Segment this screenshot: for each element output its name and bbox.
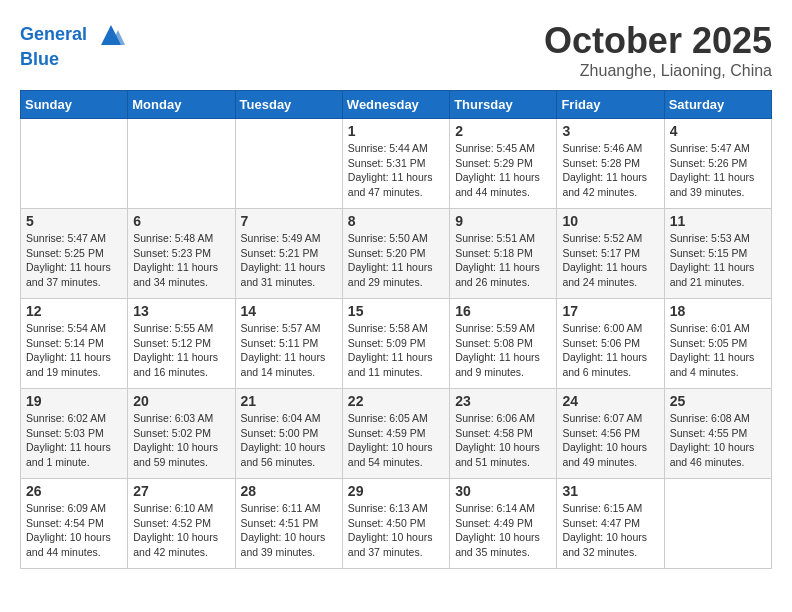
weekday-saturday: Saturday — [664, 91, 771, 119]
day-number-24: 24 — [562, 393, 658, 409]
day-cell-28: 28Sunrise: 6:11 AMSunset: 4:51 PMDayligh… — [235, 479, 342, 569]
day-info-11: Sunrise: 5:53 AMSunset: 5:15 PMDaylight:… — [670, 231, 766, 290]
day-number-6: 6 — [133, 213, 229, 229]
day-info-26: Sunrise: 6:09 AMSunset: 4:54 PMDaylight:… — [26, 501, 122, 560]
day-info-27: Sunrise: 6:10 AMSunset: 4:52 PMDaylight:… — [133, 501, 229, 560]
day-info-25: Sunrise: 6:08 AMSunset: 4:55 PMDaylight:… — [670, 411, 766, 470]
day-number-13: 13 — [133, 303, 229, 319]
day-cell-21: 21Sunrise: 6:04 AMSunset: 5:00 PMDayligh… — [235, 389, 342, 479]
day-cell-24: 24Sunrise: 6:07 AMSunset: 4:56 PMDayligh… — [557, 389, 664, 479]
day-number-28: 28 — [241, 483, 337, 499]
day-number-31: 31 — [562, 483, 658, 499]
day-cell-1: 1Sunrise: 5:44 AMSunset: 5:31 PMDaylight… — [342, 119, 449, 209]
day-cell-4: 4Sunrise: 5:47 AMSunset: 5:26 PMDaylight… — [664, 119, 771, 209]
day-number-30: 30 — [455, 483, 551, 499]
day-info-13: Sunrise: 5:55 AMSunset: 5:12 PMDaylight:… — [133, 321, 229, 380]
weekday-sunday: Sunday — [21, 91, 128, 119]
empty-cell — [664, 479, 771, 569]
weekday-friday: Friday — [557, 91, 664, 119]
day-cell-30: 30Sunrise: 6:14 AMSunset: 4:49 PMDayligh… — [450, 479, 557, 569]
day-info-10: Sunrise: 5:52 AMSunset: 5:17 PMDaylight:… — [562, 231, 658, 290]
day-cell-13: 13Sunrise: 5:55 AMSunset: 5:12 PMDayligh… — [128, 299, 235, 389]
day-number-3: 3 — [562, 123, 658, 139]
weekday-header-row: SundayMondayTuesdayWednesdayThursdayFrid… — [21, 91, 772, 119]
day-cell-5: 5Sunrise: 5:47 AMSunset: 5:25 PMDaylight… — [21, 209, 128, 299]
day-number-22: 22 — [348, 393, 444, 409]
day-number-15: 15 — [348, 303, 444, 319]
day-number-18: 18 — [670, 303, 766, 319]
day-number-4: 4 — [670, 123, 766, 139]
day-info-19: Sunrise: 6:02 AMSunset: 5:03 PMDaylight:… — [26, 411, 122, 470]
day-number-25: 25 — [670, 393, 766, 409]
weekday-tuesday: Tuesday — [235, 91, 342, 119]
day-number-14: 14 — [241, 303, 337, 319]
day-number-26: 26 — [26, 483, 122, 499]
day-info-16: Sunrise: 5:59 AMSunset: 5:08 PMDaylight:… — [455, 321, 551, 380]
day-number-10: 10 — [562, 213, 658, 229]
day-number-21: 21 — [241, 393, 337, 409]
day-cell-23: 23Sunrise: 6:06 AMSunset: 4:58 PMDayligh… — [450, 389, 557, 479]
day-info-12: Sunrise: 5:54 AMSunset: 5:14 PMDaylight:… — [26, 321, 122, 380]
logo-text: General — [20, 20, 126, 50]
day-info-28: Sunrise: 6:11 AMSunset: 4:51 PMDaylight:… — [241, 501, 337, 560]
day-info-4: Sunrise: 5:47 AMSunset: 5:26 PMDaylight:… — [670, 141, 766, 200]
day-cell-6: 6Sunrise: 5:48 AMSunset: 5:23 PMDaylight… — [128, 209, 235, 299]
day-cell-20: 20Sunrise: 6:03 AMSunset: 5:02 PMDayligh… — [128, 389, 235, 479]
day-cell-8: 8Sunrise: 5:50 AMSunset: 5:20 PMDaylight… — [342, 209, 449, 299]
day-cell-26: 26Sunrise: 6:09 AMSunset: 4:54 PMDayligh… — [21, 479, 128, 569]
day-cell-25: 25Sunrise: 6:08 AMSunset: 4:55 PMDayligh… — [664, 389, 771, 479]
calendar-table: SundayMondayTuesdayWednesdayThursdayFrid… — [20, 90, 772, 569]
day-info-17: Sunrise: 6:00 AMSunset: 5:06 PMDaylight:… — [562, 321, 658, 380]
day-cell-31: 31Sunrise: 6:15 AMSunset: 4:47 PMDayligh… — [557, 479, 664, 569]
day-cell-22: 22Sunrise: 6:05 AMSunset: 4:59 PMDayligh… — [342, 389, 449, 479]
weekday-thursday: Thursday — [450, 91, 557, 119]
day-number-27: 27 — [133, 483, 229, 499]
day-info-9: Sunrise: 5:51 AMSunset: 5:18 PMDaylight:… — [455, 231, 551, 290]
day-info-5: Sunrise: 5:47 AMSunset: 5:25 PMDaylight:… — [26, 231, 122, 290]
day-number-19: 19 — [26, 393, 122, 409]
day-cell-12: 12Sunrise: 5:54 AMSunset: 5:14 PMDayligh… — [21, 299, 128, 389]
day-cell-14: 14Sunrise: 5:57 AMSunset: 5:11 PMDayligh… — [235, 299, 342, 389]
day-info-20: Sunrise: 6:03 AMSunset: 5:02 PMDaylight:… — [133, 411, 229, 470]
day-number-12: 12 — [26, 303, 122, 319]
day-info-21: Sunrise: 6:04 AMSunset: 5:00 PMDaylight:… — [241, 411, 337, 470]
day-cell-29: 29Sunrise: 6:13 AMSunset: 4:50 PMDayligh… — [342, 479, 449, 569]
week-row-1: 1Sunrise: 5:44 AMSunset: 5:31 PMDaylight… — [21, 119, 772, 209]
logo-general: General — [20, 24, 87, 44]
day-cell-19: 19Sunrise: 6:02 AMSunset: 5:03 PMDayligh… — [21, 389, 128, 479]
day-number-16: 16 — [455, 303, 551, 319]
week-row-2: 5Sunrise: 5:47 AMSunset: 5:25 PMDaylight… — [21, 209, 772, 299]
day-info-30: Sunrise: 6:14 AMSunset: 4:49 PMDaylight:… — [455, 501, 551, 560]
month-title: October 2025 — [544, 20, 772, 62]
day-number-11: 11 — [670, 213, 766, 229]
logo: General Blue — [20, 20, 126, 70]
weekday-monday: Monday — [128, 91, 235, 119]
day-cell-15: 15Sunrise: 5:58 AMSunset: 5:09 PMDayligh… — [342, 299, 449, 389]
day-info-14: Sunrise: 5:57 AMSunset: 5:11 PMDaylight:… — [241, 321, 337, 380]
day-info-3: Sunrise: 5:46 AMSunset: 5:28 PMDaylight:… — [562, 141, 658, 200]
day-info-2: Sunrise: 5:45 AMSunset: 5:29 PMDaylight:… — [455, 141, 551, 200]
day-cell-11: 11Sunrise: 5:53 AMSunset: 5:15 PMDayligh… — [664, 209, 771, 299]
day-cell-27: 27Sunrise: 6:10 AMSunset: 4:52 PMDayligh… — [128, 479, 235, 569]
day-info-1: Sunrise: 5:44 AMSunset: 5:31 PMDaylight:… — [348, 141, 444, 200]
title-section: October 2025 Zhuanghe, Liaoning, China — [544, 20, 772, 80]
day-info-24: Sunrise: 6:07 AMSunset: 4:56 PMDaylight:… — [562, 411, 658, 470]
day-cell-3: 3Sunrise: 5:46 AMSunset: 5:28 PMDaylight… — [557, 119, 664, 209]
day-cell-17: 17Sunrise: 6:00 AMSunset: 5:06 PMDayligh… — [557, 299, 664, 389]
day-number-9: 9 — [455, 213, 551, 229]
location: Zhuanghe, Liaoning, China — [544, 62, 772, 80]
day-number-7: 7 — [241, 213, 337, 229]
day-number-17: 17 — [562, 303, 658, 319]
empty-cell — [21, 119, 128, 209]
empty-cell — [235, 119, 342, 209]
day-info-15: Sunrise: 5:58 AMSunset: 5:09 PMDaylight:… — [348, 321, 444, 380]
day-number-5: 5 — [26, 213, 122, 229]
weekday-wednesday: Wednesday — [342, 91, 449, 119]
day-cell-9: 9Sunrise: 5:51 AMSunset: 5:18 PMDaylight… — [450, 209, 557, 299]
day-number-8: 8 — [348, 213, 444, 229]
day-cell-2: 2Sunrise: 5:45 AMSunset: 5:29 PMDaylight… — [450, 119, 557, 209]
day-info-23: Sunrise: 6:06 AMSunset: 4:58 PMDaylight:… — [455, 411, 551, 470]
day-info-29: Sunrise: 6:13 AMSunset: 4:50 PMDaylight:… — [348, 501, 444, 560]
day-cell-18: 18Sunrise: 6:01 AMSunset: 5:05 PMDayligh… — [664, 299, 771, 389]
day-cell-16: 16Sunrise: 5:59 AMSunset: 5:08 PMDayligh… — [450, 299, 557, 389]
